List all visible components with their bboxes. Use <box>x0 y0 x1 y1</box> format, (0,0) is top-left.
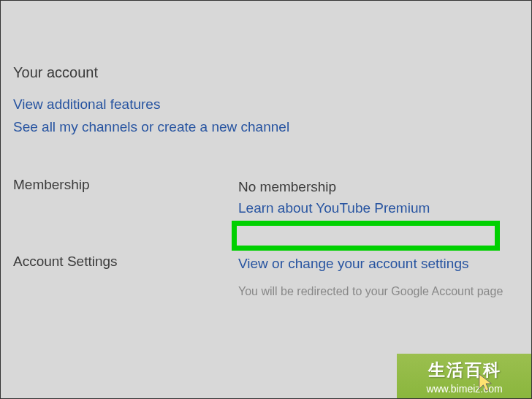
view-change-account-settings-link[interactable]: View or change your account settings <box>238 254 519 275</box>
membership-status: No membership <box>238 177 519 198</box>
watermark: 生活百科 www.bimeiz.com <box>397 354 532 399</box>
cursor-icon <box>478 373 494 393</box>
learn-youtube-premium-link[interactable]: Learn about YouTube Premium <box>238 198 519 219</box>
membership-label: Membership <box>13 177 238 193</box>
account-settings-row: Account Settings View or change your acc… <box>13 254 519 298</box>
see-all-channels-link[interactable]: See all my channels or create a new chan… <box>13 117 519 138</box>
your-account-heading: Your account <box>13 64 519 81</box>
membership-row: Membership No membership Learn about You… <box>13 177 519 218</box>
account-settings-label: Account Settings <box>13 254 238 270</box>
view-additional-features-link[interactable]: View additional features <box>13 94 519 115</box>
redirect-note: You will be redirected to your Google Ac… <box>238 285 519 298</box>
